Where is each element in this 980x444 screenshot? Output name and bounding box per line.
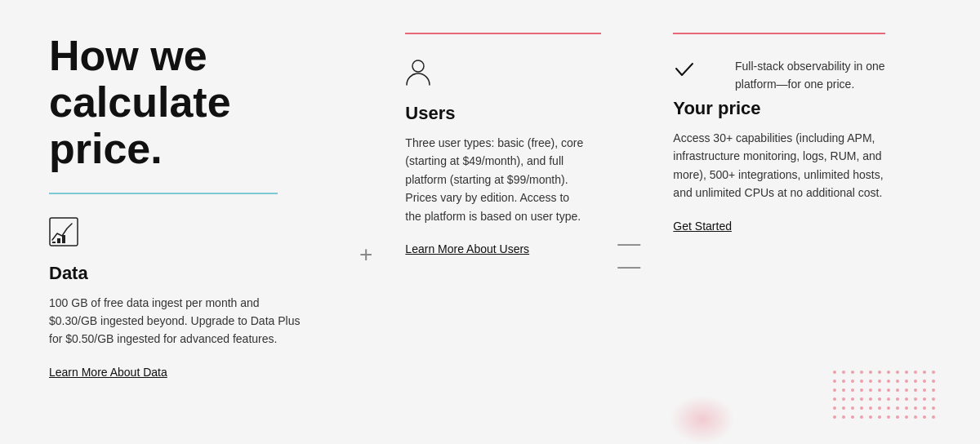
dot (914, 388, 917, 392)
dot (923, 397, 926, 401)
dot (887, 371, 890, 374)
dot (878, 397, 881, 401)
top-right-subtitle: Full-stack observability in one platform… (735, 49, 915, 94)
dot (869, 371, 872, 374)
data-section-description: 100 GB of free data ingest per month and… (49, 294, 310, 349)
dot (923, 371, 926, 374)
dot (851, 397, 854, 401)
dot (923, 406, 926, 410)
svg-point-4 (412, 60, 424, 72)
price-section-description: Access 30+ capabilities (including APM, … (673, 129, 893, 202)
price-section-divider (673, 33, 885, 34)
dot (869, 406, 872, 410)
dot (842, 380, 845, 383)
dot (896, 397, 899, 401)
dot (887, 388, 890, 392)
dot (833, 397, 836, 401)
subtitle-text: Full-stack observability in one platform… (735, 57, 915, 94)
dot (869, 380, 872, 383)
dot (905, 397, 908, 401)
learn-more-data-link[interactable]: Learn More About Data (49, 366, 167, 379)
dot (905, 406, 908, 410)
users-section-title: Users (405, 103, 585, 124)
plus-operator-column: + (343, 98, 389, 411)
users-section-description: Three user types: basic (free), core (st… (405, 134, 585, 225)
dot (842, 415, 845, 419)
dot (932, 371, 935, 374)
data-chart-icon (49, 217, 310, 263)
dot (923, 415, 926, 419)
dot (869, 397, 872, 401)
dots-decoration (833, 371, 931, 436)
dot (932, 397, 935, 401)
dot (896, 388, 899, 392)
dot (860, 415, 863, 419)
dot (932, 406, 935, 410)
data-section-divider (49, 193, 278, 194)
price-section-title: Your price (673, 98, 893, 119)
dot (896, 415, 899, 419)
dot (914, 397, 917, 401)
dot (932, 415, 935, 419)
dot (878, 415, 881, 419)
equals-symbol: ―― (617, 232, 640, 278)
dot (923, 380, 926, 383)
dot (833, 406, 836, 410)
dot (833, 388, 836, 392)
dot (860, 380, 863, 383)
dot (923, 388, 926, 392)
dot (851, 371, 854, 374)
dot (914, 415, 917, 419)
dot (869, 415, 872, 419)
dot (878, 380, 881, 383)
dot (887, 380, 890, 383)
dot (842, 388, 845, 392)
dot (905, 380, 908, 383)
dot (869, 388, 872, 392)
dot (851, 388, 854, 392)
get-started-link[interactable]: Get Started (673, 220, 732, 233)
equals-operator-column: ―― (601, 98, 657, 411)
dot (887, 406, 890, 410)
page-container: Full-stack observability in one platform… (0, 0, 980, 444)
dot (932, 388, 935, 392)
learn-more-users-link[interactable]: Learn More About Users (405, 242, 529, 255)
dot (842, 397, 845, 401)
users-section-divider (405, 33, 601, 34)
dot (887, 415, 890, 419)
dot (860, 406, 863, 410)
svg-rect-2 (57, 238, 60, 243)
dot (851, 415, 854, 419)
plus-symbol: + (359, 242, 372, 268)
dot (833, 415, 836, 419)
dot (878, 406, 881, 410)
dot (842, 406, 845, 410)
svg-rect-1 (52, 242, 56, 243)
dot (887, 397, 890, 401)
dots-grid (833, 371, 931, 422)
user-icon (405, 57, 585, 103)
dot (905, 371, 908, 374)
dot (851, 406, 854, 410)
dot (896, 380, 899, 383)
dot (878, 388, 881, 392)
dot (905, 388, 908, 392)
dot (896, 406, 899, 410)
dot (860, 388, 863, 392)
data-section-title: Data (49, 263, 310, 284)
dot (860, 371, 863, 374)
dot (932, 380, 935, 383)
dot (833, 371, 836, 374)
dot (851, 380, 854, 383)
dot (914, 406, 917, 410)
dot (878, 371, 881, 374)
dot (896, 371, 899, 374)
svg-rect-3 (62, 235, 65, 243)
dot (842, 371, 845, 374)
dot (860, 397, 863, 401)
users-section: Users Three user types: basic (free), co… (389, 33, 601, 411)
pink-blob-decoration (670, 395, 735, 444)
left-section: How we calculate price. Data 100 GB of f… (49, 33, 343, 411)
main-title: How we calculate price. (49, 33, 310, 173)
dot (905, 415, 908, 419)
